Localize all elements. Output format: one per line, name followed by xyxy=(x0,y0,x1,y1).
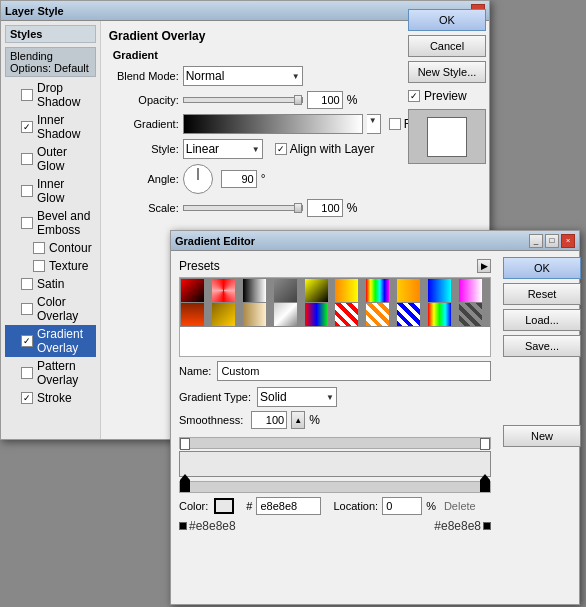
ge-close-icon[interactable]: × xyxy=(561,234,575,248)
cancel-button[interactable]: Cancel xyxy=(408,35,486,57)
sidebar-item-color-overlay[interactable]: Color Overlay xyxy=(5,293,96,325)
blend-mode-row: Blend Mode: Normal ▼ xyxy=(109,66,449,86)
gradient-name-input[interactable]: Custom xyxy=(217,361,491,381)
inner-glow-checkbox[interactable] xyxy=(21,185,33,197)
bevel-emboss-checkbox[interactable] xyxy=(21,217,33,229)
color-stop-right[interactable] xyxy=(480,480,490,492)
preset-swatch-11[interactable] xyxy=(212,303,235,326)
ge-title: Gradient Editor xyxy=(175,235,255,247)
preset-swatch-4[interactable] xyxy=(305,279,328,302)
preset-swatch-14[interactable] xyxy=(305,303,328,326)
sidebar-item-gradient-overlay[interactable]: Gradient Overlay xyxy=(5,325,96,357)
preset-swatch-10[interactable] xyxy=(181,303,204,326)
inner-shadow-checkbox[interactable] xyxy=(21,121,33,133)
ge-save-button[interactable]: Save... xyxy=(503,335,581,357)
outer-glow-checkbox[interactable] xyxy=(21,153,33,165)
opacity-slider-thumb[interactable] xyxy=(294,95,302,105)
sidebar-item-stroke[interactable]: Stroke xyxy=(5,389,96,407)
sidebar-item-inner-glow[interactable]: Inner Glow xyxy=(5,175,96,207)
scale-slider-track[interactable] xyxy=(183,205,303,211)
ge-reset-button[interactable]: Reset xyxy=(503,283,581,305)
opacity-slider-track[interactable] xyxy=(183,97,303,103)
stroke-checkbox[interactable] xyxy=(21,392,33,404)
texture-checkbox[interactable] xyxy=(33,260,45,272)
delete-btn[interactable]: Delete xyxy=(444,500,476,512)
style-dropdown[interactable]: Linear ▼ xyxy=(183,139,263,159)
sidebar-item-pattern-overlay[interactable]: Pattern Overlay xyxy=(5,357,96,389)
preset-swatch-12[interactable] xyxy=(243,303,266,326)
ok-button[interactable]: OK xyxy=(408,9,486,31)
color-hex-input[interactable]: #e8e8e8 xyxy=(256,497,321,515)
reverse-checkbox[interactable] xyxy=(389,118,401,130)
new-style-button[interactable]: New Style... xyxy=(408,61,486,83)
ge-spacer xyxy=(503,361,575,421)
pattern-overlay-checkbox[interactable] xyxy=(21,367,33,379)
presets-grid xyxy=(180,278,490,327)
smoothness-unit: % xyxy=(309,413,320,427)
color-overlay-checkbox[interactable] xyxy=(21,303,33,315)
preset-swatch-17[interactable] xyxy=(397,303,420,326)
ge-new-button[interactable]: New xyxy=(503,425,581,447)
align-layer-checkbox[interactable] xyxy=(275,143,287,155)
smoothness-input[interactable]: 100 xyxy=(251,411,287,429)
angle-dial[interactable] xyxy=(183,164,213,194)
preset-swatch-9[interactable] xyxy=(459,279,482,302)
preset-swatch-2[interactable] xyxy=(243,279,266,302)
location-input[interactable] xyxy=(382,497,422,515)
preset-swatch-6[interactable] xyxy=(366,279,389,302)
opacity-stops-bar xyxy=(179,437,491,449)
preset-swatch-15[interactable] xyxy=(335,303,358,326)
opacity-unit: % xyxy=(347,93,358,107)
preset-swatch-3[interactable] xyxy=(274,279,297,302)
opacity-stop-right[interactable] xyxy=(480,438,490,450)
sidebar-item-inner-shadow[interactable]: Inner Shadow xyxy=(5,111,96,143)
satin-checkbox[interactable] xyxy=(21,278,33,290)
drop-shadow-checkbox[interactable] xyxy=(21,89,33,101)
color-stop-left[interactable] xyxy=(180,480,190,492)
ge-load-button[interactable]: Load... xyxy=(503,309,581,331)
preset-swatch-13[interactable] xyxy=(274,303,297,326)
blend-mode-dropdown[interactable]: Normal ▼ xyxy=(183,66,303,86)
scale-slider-thumb[interactable] xyxy=(294,203,302,213)
gradient-stops-bar xyxy=(179,481,491,493)
smoothness-up-btn[interactable]: ▲ xyxy=(291,411,305,429)
presets-scrollable[interactable] xyxy=(179,277,491,357)
angle-input[interactable]: 90 xyxy=(221,170,257,188)
maximize-icon[interactable]: □ xyxy=(545,234,559,248)
preset-swatch-18[interactable] xyxy=(428,303,451,326)
preset-swatch-5[interactable] xyxy=(335,279,358,302)
sidebar-item-satin[interactable]: Satin xyxy=(5,275,96,293)
right-buttons-panel: OK Cancel New Style... Preview xyxy=(404,1,489,172)
presets-header: Presets ▶ xyxy=(179,259,491,273)
preset-swatch-19[interactable] xyxy=(459,303,482,326)
blending-options-header[interactable]: Blending Options: Default xyxy=(5,47,96,77)
color-swatch[interactable] xyxy=(214,498,234,514)
sidebar-item-drop-shadow[interactable]: Drop Shadow xyxy=(5,79,96,111)
preset-swatch-16[interactable] xyxy=(366,303,389,326)
sidebar-item-texture[interactable]: Texture xyxy=(5,257,96,275)
bottom-right-swatch xyxy=(483,522,491,530)
minimize-icon[interactable]: _ xyxy=(529,234,543,248)
gradient-type-dropdown[interactable]: Solid ▼ xyxy=(257,387,337,407)
opacity-stop-left[interactable] xyxy=(180,438,190,450)
preset-swatch-0[interactable] xyxy=(181,279,204,302)
preset-swatch-8[interactable] xyxy=(428,279,451,302)
angle-row: Angle: 90 ° xyxy=(109,164,449,194)
bottom-right-hex: #e8e8e8 xyxy=(434,519,491,533)
sidebar-item-outer-glow[interactable]: Outer Glow xyxy=(5,143,96,175)
contour-checkbox[interactable] xyxy=(33,242,45,254)
gradient-overlay-checkbox[interactable] xyxy=(21,335,33,347)
gradient-dropdown-btn[interactable]: ▼ xyxy=(367,114,381,134)
opacity-input[interactable]: 100 xyxy=(307,91,343,109)
preset-swatch-1[interactable] xyxy=(212,279,235,302)
ge-ok-button[interactable]: OK xyxy=(503,257,581,279)
gradient-type-arrow: ▼ xyxy=(326,393,334,402)
preview-checkbox[interactable] xyxy=(408,90,420,102)
gradient-picker[interactable] xyxy=(183,114,363,134)
presets-expand-icon[interactable]: ▶ xyxy=(477,259,491,273)
preview-label: Preview xyxy=(424,89,467,103)
scale-input[interactable]: 100 xyxy=(307,199,343,217)
preset-swatch-7[interactable] xyxy=(397,279,420,302)
sidebar-item-bevel-emboss[interactable]: Bevel and Emboss xyxy=(5,207,96,239)
sidebar-item-contour[interactable]: Contour xyxy=(5,239,96,257)
